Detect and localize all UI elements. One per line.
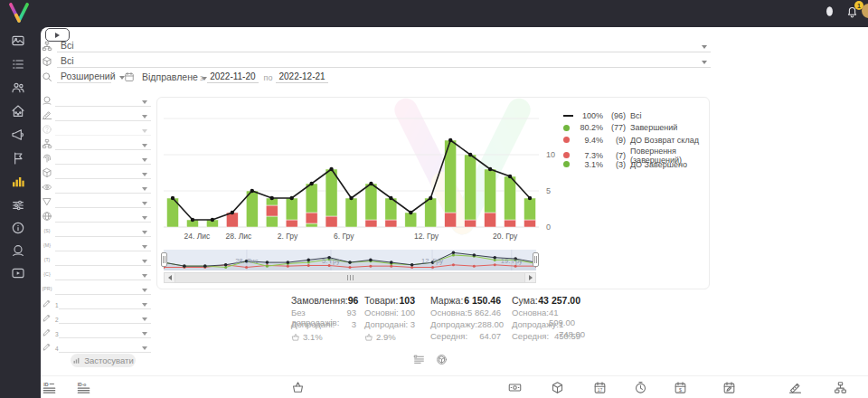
toolbar-icon-clock[interactable] [634, 381, 647, 394]
product-filter-value: Всі [61, 55, 698, 66]
sidebar-item-users[interactable] [11, 81, 25, 95]
category-filter-row: Всі [42, 38, 711, 52]
search-mode-dropdown[interactable]: Розширений [57, 71, 111, 83]
legend-pct: 9.4% [578, 136, 607, 145]
basket-share-row: 3.1% [291, 331, 356, 343]
stats-column: Товари:103Основні:100Допродані:32.9% [364, 295, 415, 343]
filter-dropdown[interactable] [59, 298, 151, 309]
legend-item[interactable]: 3.1%(3)ДО Завершено [563, 158, 709, 171]
globe-icon [42, 95, 52, 106]
stat-title: Замовлення: [291, 295, 348, 306]
toolbar-icon-id-list[interactable]: ID [42, 381, 56, 394]
navigator-handle-right[interactable] [533, 252, 539, 267]
date-type-dropdown[interactable]: Відправлене [138, 71, 194, 83]
filter-dropdown[interactable] [55, 124, 151, 136]
sidebar-item-info[interactable] [11, 221, 25, 235]
chart-navigator[interactable]: 28. Лис5. Гру12. Гру19. Гру [164, 250, 536, 270]
sidebar-item-globe[interactable] [11, 243, 25, 258]
stat-value: 43 257.00 [538, 295, 580, 306]
basket-icon [364, 333, 373, 342]
toolbar-icon-id-o[interactable]: ID-o [77, 381, 90, 394]
date-to-input[interactable]: 2022-12-21 [276, 71, 327, 83]
scroll-thumb[interactable] [175, 273, 524, 282]
br-t-icon: {T} [42, 254, 52, 265]
chevron-down-icon [142, 346, 147, 350]
basket-pct: 3.1% [303, 332, 323, 342]
legend-item[interactable]: 9.4%(9)ДО Возврат склад [563, 134, 709, 147]
filter-dropdown[interactable] [55, 269, 151, 280]
filter-dropdown[interactable] [55, 211, 151, 223]
toolbar-icon-cube[interactable] [551, 381, 564, 394]
svg-text:{PR}: {PR} [42, 286, 52, 291]
stat-title: Товари: [364, 295, 398, 306]
legend-item[interactable]: 80.2%(77)Завершений [563, 122, 709, 135]
stats-column: Замовлення:96Без допродажів:93Допродані:… [291, 295, 356, 343]
navigator-handle-left[interactable] [161, 252, 167, 267]
svg-text:$: $ [679, 387, 682, 393]
topbar: 1 [0, 0, 868, 27]
sidebar-item-list[interactable] [11, 57, 25, 71]
filter-row-question [41, 121, 151, 136]
filter-dropdown[interactable] [55, 153, 151, 165]
legend-label: ДО Завершено [630, 160, 709, 169]
legend-item[interactable]: 7.3%(7)Повернення (завершений) [563, 147, 709, 159]
category-filter-field[interactable]: Всі [57, 40, 711, 52]
filter-row-br-pr: {PR} [41, 280, 151, 295]
br-s-icon: {S} [42, 225, 52, 236]
filter-row-fingerprint [41, 150, 151, 165]
filter-dropdown[interactable] [55, 109, 151, 121]
scroll-right-button[interactable] [524, 273, 535, 282]
sidebar-item-video[interactable] [11, 266, 25, 280]
toolbar-icon-basket[interactable] [291, 381, 305, 394]
filter-dropdown[interactable] [55, 167, 151, 179]
legend-item[interactable]: 100%(96)Всі [563, 109, 709, 122]
toolbar-icon-money[interactable] [508, 381, 522, 394]
filter-dropdown[interactable] [55, 138, 151, 150]
apply-button[interactable]: Застосувати [71, 354, 136, 367]
product-filter-field[interactable]: Всі [57, 55, 711, 68]
cube-icon [42, 167, 52, 178]
filter-dropdown[interactable] [55, 196, 151, 208]
filter-dropdown[interactable] [59, 341, 151, 353]
filter-dropdown[interactable] [55, 95, 151, 107]
legend-pct: 100% [578, 111, 607, 120]
filter-row-funnel [41, 194, 151, 208]
scroll-left-button[interactable] [165, 273, 175, 282]
svg-text:ID-o: ID-o [78, 382, 87, 387]
notifications-bell[interactable]: 1 [845, 5, 859, 18]
filter-dropdown[interactable] [59, 312, 151, 324]
profile-icon[interactable] [823, 5, 836, 18]
filter-dropdown[interactable] [59, 327, 151, 338]
pencil-1-icon [42, 298, 52, 308]
filter-dropdown[interactable] [55, 182, 151, 194]
sidebar-item-flag[interactable] [11, 151, 25, 166]
svg-text:{M}: {M} [43, 242, 51, 248]
list-icon [11, 57, 25, 71]
filter-dropdown[interactable] [55, 225, 151, 237]
stat-row: Основна:41 509.00 [512, 308, 580, 319]
app-logo[interactable] [7, 3, 31, 23]
toolbar-icon-tree[interactable] [834, 381, 847, 394]
sidebar-item-card[interactable] [11, 33, 25, 48]
sidebar-item-chart[interactable] [11, 175, 25, 189]
filter-dropdown[interactable] [55, 254, 151, 266]
toolbar-icon-cal-pencil[interactable] [722, 381, 736, 394]
toolbar-icon-ruler[interactable] [788, 381, 802, 394]
avatar-partial[interactable] [862, 4, 868, 18]
toolbar-icon-cal-17[interactable]: 17 [593, 381, 607, 394]
filter-dropdown[interactable] [55, 240, 151, 251]
view-toggle-list[interactable] [413, 354, 425, 365]
toolbar-icon-cal-dollar[interactable]: $ [674, 381, 687, 394]
stats-column: Маржа:6 150.46Основна:5 862.46Допродажу:… [430, 295, 501, 343]
filter-row-br-t: {T} [41, 251, 151, 266]
filter-dropdown[interactable] [55, 283, 151, 295]
date-from-input[interactable]: 2022-11-20 [207, 71, 258, 83]
legend-count: (7) [607, 151, 630, 160]
sidebar-item-megaphone[interactable] [11, 128, 25, 142]
sidebar-item-sliders[interactable] [11, 198, 25, 213]
sidebar-nav [0, 27, 36, 398]
sidebar-item-home[interactable] [11, 104, 25, 118]
scroll-track[interactable] [175, 273, 524, 282]
view-toggle-product[interactable] [436, 354, 448, 365]
pencil-2-icon [42, 312, 52, 323]
